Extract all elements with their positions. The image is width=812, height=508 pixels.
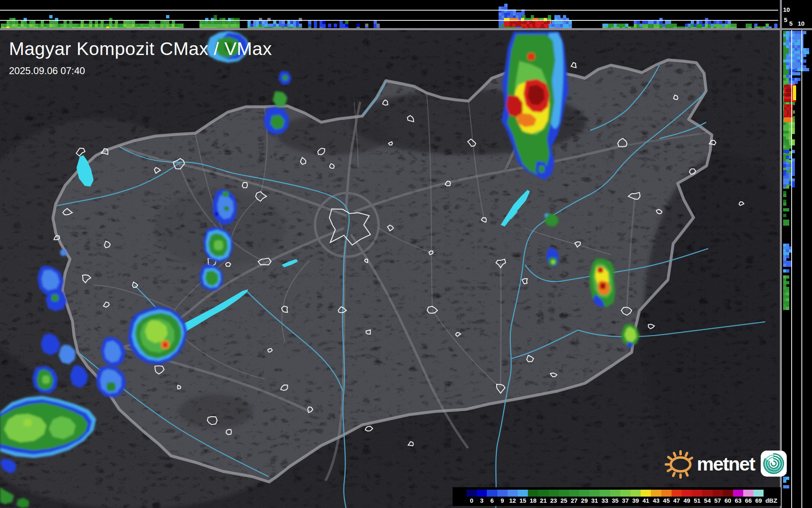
legend-swatch bbox=[579, 490, 589, 497]
legend-tick: 15 bbox=[518, 490, 528, 504]
legend-tick-label: 60 bbox=[724, 497, 731, 504]
legend-swatch bbox=[589, 490, 600, 497]
legend-swatch bbox=[692, 490, 702, 497]
legend-tick: 0 bbox=[466, 490, 477, 504]
legend-tick-label: 37 bbox=[622, 497, 629, 504]
legend-swatch bbox=[723, 490, 733, 497]
legend-tick-label: 41 bbox=[642, 497, 649, 504]
legend-tick: 66 bbox=[743, 490, 753, 504]
legend-swatch bbox=[641, 490, 651, 497]
legend-tick-label: 3 bbox=[480, 497, 484, 504]
legend-bar: 0 3 6 9 12 15 18 21 23 25 27 29 31 bbox=[453, 487, 781, 506]
legend-swatch bbox=[661, 490, 672, 497]
hungary-map bbox=[0, 30, 781, 508]
legend-tick: 63 bbox=[733, 490, 743, 504]
legend-tick: 35 bbox=[610, 490, 620, 504]
legend-tick: 39 bbox=[630, 490, 641, 504]
map-right-border bbox=[780, 0, 782, 508]
map-canvas bbox=[0, 30, 781, 508]
legend-tick-label: 21 bbox=[540, 497, 547, 504]
legend-tick-label: 63 bbox=[735, 497, 742, 504]
legend-swatch bbox=[538, 490, 548, 497]
radar-screen: 10 5 5 10 Magyar Kompozit CMax / VMax 20… bbox=[0, 0, 812, 508]
legend-tick: 47 bbox=[672, 490, 682, 504]
legend-swatch bbox=[518, 490, 528, 497]
legend-tick-label: 43 bbox=[653, 497, 660, 504]
legend-swatch bbox=[466, 490, 477, 497]
top-scale-label-10: 10 bbox=[783, 6, 790, 14]
title-block: Magyar Kompozit CMax / VMax 2025.09.06 0… bbox=[9, 38, 272, 77]
legend-tick: 29 bbox=[579, 490, 589, 504]
legend-tick-label: 47 bbox=[673, 497, 680, 504]
legend-swatch bbox=[753, 490, 764, 497]
metnet-brand-text: metnet bbox=[697, 453, 755, 475]
legend-tick: 45 bbox=[661, 490, 672, 504]
legend-tick-label: 25 bbox=[560, 497, 567, 504]
legend-tick-label: 35 bbox=[612, 497, 619, 504]
top-height-profile bbox=[0, 0, 812, 28]
legend-tick: 33 bbox=[600, 490, 610, 504]
legend-unit-label: dBZ bbox=[765, 497, 777, 504]
legend-tick-label: 33 bbox=[602, 497, 608, 504]
legend-swatch bbox=[713, 490, 723, 497]
legend-swatch bbox=[528, 490, 538, 497]
legend-tick-label: 54 bbox=[704, 497, 711, 504]
legend-swatch bbox=[610, 490, 620, 497]
right-scale-label-5: 5 bbox=[789, 20, 792, 28]
legend-tick-label: 29 bbox=[581, 497, 588, 504]
sun-icon bbox=[663, 448, 694, 479]
legend-swatch bbox=[630, 490, 641, 497]
legend-swatch bbox=[487, 490, 497, 497]
legend-tick: 41 bbox=[641, 490, 651, 504]
legend-tick: 6 bbox=[487, 490, 497, 504]
legend-tick-label: 6 bbox=[490, 497, 494, 504]
legend-cells: 0 3 6 9 12 15 18 21 23 25 27 29 31 bbox=[466, 490, 783, 504]
right-scale-label-10: 10 bbox=[798, 20, 805, 28]
legend-tick: 3 bbox=[477, 490, 487, 504]
legend-swatch bbox=[702, 490, 712, 497]
legend-swatch bbox=[672, 490, 682, 497]
legend-tick: 31 bbox=[589, 490, 600, 504]
legend-tick-label: 49 bbox=[683, 497, 690, 504]
page-title: Magyar Kompozit CMax / VMax bbox=[9, 38, 272, 59]
terrain-grain bbox=[0, 30, 781, 508]
legend-tick-label: 15 bbox=[519, 497, 526, 504]
legend-tick: 25 bbox=[559, 490, 569, 504]
legend-tick: 69 bbox=[753, 490, 764, 504]
legend-unit: dBZ bbox=[764, 490, 783, 504]
legend-swatch bbox=[600, 490, 610, 497]
metnet-logo: metnet bbox=[663, 448, 787, 479]
legend-tick: 27 bbox=[569, 490, 579, 504]
legend-swatch bbox=[682, 490, 692, 497]
legend-swatch bbox=[497, 490, 508, 497]
legend-tick: 23 bbox=[549, 490, 559, 504]
legend-tick: 49 bbox=[682, 490, 692, 504]
legend-tick-label: 66 bbox=[745, 497, 752, 504]
legend-tick-label: 51 bbox=[694, 497, 700, 504]
top-scale-label-5: 5 bbox=[784, 16, 787, 24]
legend-tick: 51 bbox=[692, 490, 702, 504]
metnet-app-icon bbox=[760, 450, 787, 477]
legend-swatch bbox=[549, 490, 559, 497]
legend-tick-label: 31 bbox=[591, 497, 598, 504]
legend-swatch bbox=[743, 490, 753, 497]
right-profile-echoes bbox=[783, 31, 809, 488]
legend-tick-label: 39 bbox=[632, 497, 639, 504]
legend-tick-label: 23 bbox=[550, 497, 557, 504]
right-height-profile bbox=[782, 0, 812, 508]
legend-tick-label: 9 bbox=[501, 497, 504, 504]
legend-tick: 9 bbox=[497, 490, 508, 504]
legend-swatch bbox=[569, 490, 579, 497]
legend-swatch bbox=[733, 490, 743, 497]
legend-swatch bbox=[620, 490, 630, 497]
legend-tick-label: 69 bbox=[755, 497, 762, 504]
legend-tick: 60 bbox=[723, 490, 733, 504]
legend-tick: 18 bbox=[528, 490, 538, 504]
legend-swatch bbox=[508, 490, 518, 497]
legend-tick: 12 bbox=[508, 490, 518, 504]
timestamp: 2025.09.06 07:40 bbox=[9, 65, 272, 77]
legend-tick-label: 12 bbox=[509, 497, 516, 504]
legend-swatch bbox=[559, 490, 569, 497]
legend-tick: 57 bbox=[713, 490, 723, 504]
legend-tick-label: 0 bbox=[470, 497, 473, 504]
